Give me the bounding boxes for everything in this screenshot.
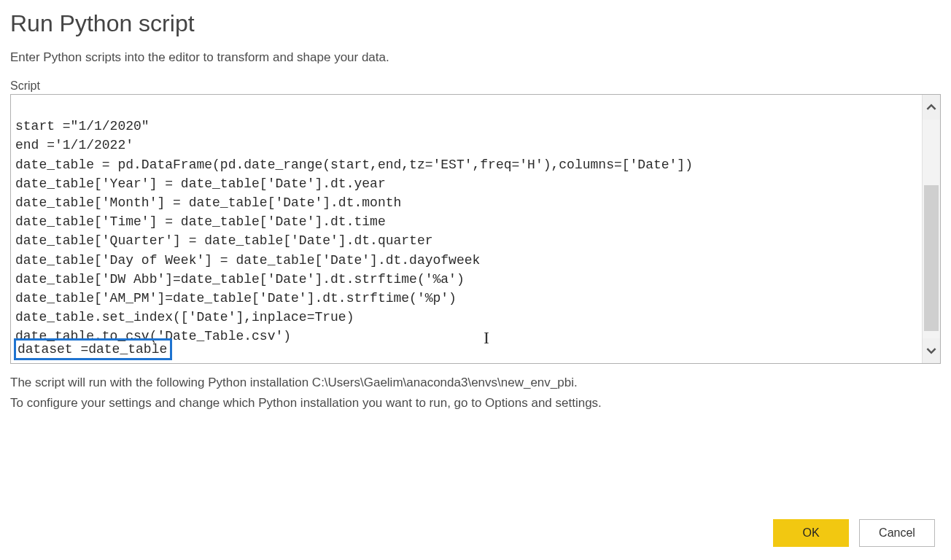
scroll-track[interactable] xyxy=(923,120,940,338)
script-textarea[interactable]: start ="1/1/2020" end ='1/1/2022' date_t… xyxy=(11,95,922,363)
scroll-thumb[interactable] xyxy=(924,185,939,331)
cancel-button[interactable]: Cancel xyxy=(859,519,935,547)
code-line: date_table['Time'] = date_table['Date'].… xyxy=(15,214,386,229)
code-line: date_table['Month'] = date_table['Date']… xyxy=(15,195,401,210)
ok-button[interactable]: OK xyxy=(773,519,849,547)
code-line: date_table.set_index(['Date'],inplace=Tr… xyxy=(15,310,354,324)
text-cursor-icon: I xyxy=(484,328,489,347)
code-line: date_table['Quarter'] = date_table['Date… xyxy=(15,233,433,248)
highlighted-code-line: dataset =date_table xyxy=(14,338,172,360)
run-python-script-dialog: Run Python script Enter Python scripts i… xyxy=(0,0,951,560)
code-line: start ="1/1/2020" xyxy=(15,119,150,133)
code-line: date_table = pd.DataFrame(pd.date_range(… xyxy=(15,158,693,172)
dialog-button-row: OK Cancel xyxy=(10,510,941,550)
scroll-down-button[interactable] xyxy=(923,338,940,363)
dialog-subtitle: Enter Python scripts into the editor to … xyxy=(10,50,941,65)
code-line: date_table['Day of Week'] = date_table['… xyxy=(15,253,480,268)
code-line: date_table['DW Abb']=date_table['Date'].… xyxy=(15,272,465,287)
code-line: date_table['AM_PM']=date_table['Date'].d… xyxy=(15,291,457,306)
code-line: end ='1/1/2022' xyxy=(15,138,133,152)
python-install-path-text: The script will run with the following P… xyxy=(10,376,941,390)
code-line: date_table['Year'] = date_table['Date'].… xyxy=(15,176,386,191)
dialog-title: Run Python script xyxy=(10,10,941,37)
script-editor[interactable]: start ="1/1/2020" end ='1/1/2022' date_t… xyxy=(10,94,941,364)
vertical-scrollbar[interactable] xyxy=(922,95,940,363)
settings-hint-text: To configure your settings and change wh… xyxy=(10,396,941,411)
chevron-down-icon xyxy=(926,346,936,356)
chevron-up-icon xyxy=(926,102,936,112)
script-label: Script xyxy=(10,79,941,93)
scroll-up-button[interactable] xyxy=(923,95,940,120)
